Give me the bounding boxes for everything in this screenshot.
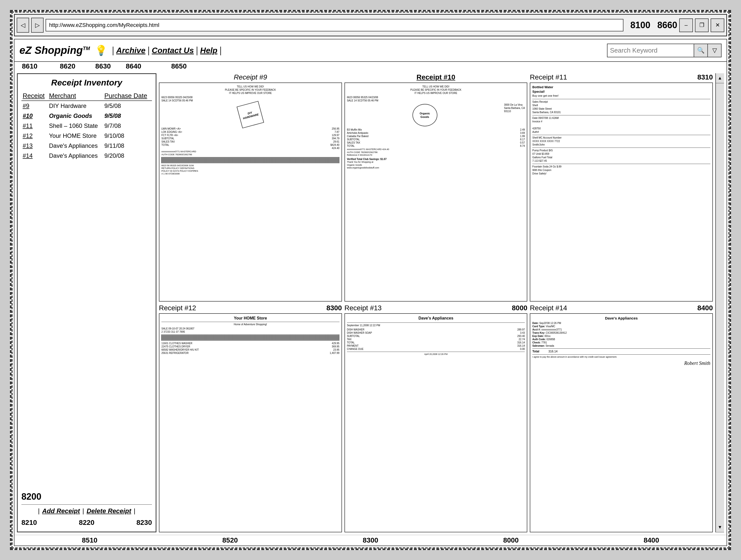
receipt-9-label: Receipt #9	[159, 73, 342, 81]
receipt-11-content: Bottled WaterSpecial! Buy one get one fr…	[532, 85, 711, 176]
receipt-13-card: Dave's Appliances September 11,2008 12:2…	[344, 313, 528, 532]
signature: Robert Smith	[532, 360, 711, 366]
label-8660: 8660	[657, 20, 677, 30]
bottom-label-8510: 8510	[82, 536, 97, 544]
inventory-table: Receipt Merchant Purchase Date #9DIY Har…	[21, 91, 152, 161]
receipts-area: Receipt #9 TELL US HOW WE DID!PLEASE BE …	[159, 73, 713, 532]
label-8210: 8210	[21, 519, 37, 526]
delete-receipt-link[interactable]: Delete Receipt	[87, 507, 131, 515]
label-8000: 8000	[512, 304, 527, 312]
receipt-12-logo: Your HOME Store	[161, 316, 339, 322]
help-link[interactable]: Help	[200, 46, 217, 55]
label-8620: 8620	[60, 62, 75, 70]
contact-us-link[interactable]: Contact Us	[152, 46, 194, 55]
receipt-11-card: Bottled WaterSpecial! Buy one get one fr…	[530, 82, 713, 302]
minimize-button[interactable]: –	[679, 18, 693, 32]
site-logo: eZ ShoppingTM	[19, 44, 90, 56]
url-text: http://www.eZShopping.com/MyReceipts.htm…	[49, 22, 159, 28]
receipt-9-card: TELL US HOW WE DID!PLEASE BE SPECIFIC IN…	[159, 82, 342, 302]
receipt-link-4[interactable]: #13	[23, 142, 32, 149]
col-receipt: Receipt	[21, 91, 48, 101]
receipt-10-logo: OrganicGoods	[412, 104, 437, 126]
bottom-label-8520: 8520	[222, 536, 238, 544]
receipt-link-1[interactable]: #10	[23, 112, 32, 119]
receipt-13-content: Dave's Appliances September 11,2008 12:2…	[347, 316, 525, 356]
label-8650: 8650	[171, 62, 187, 70]
receipt-9-col: Receipt #9 TELL US HOW WE DID!PLEASE BE …	[159, 73, 342, 302]
receipt-link-5[interactable]: #14	[23, 152, 32, 159]
receipt-10-card: TELL US HOW WE DID!PLEASE BE SPECIFIC IN…	[344, 82, 528, 302]
receipt-11-col: Receipt #11 8310 Bottled WaterSpecial! B…	[530, 73, 713, 302]
receipt-10-label: Receipt #10	[344, 73, 528, 81]
receipt-14-content: Dave's Appliances Date: Sep20'08 12:26 P…	[532, 316, 711, 366]
receipt-9-content: TELL US HOW WE DID!PLEASE BE SPECIFIC IN…	[161, 85, 339, 175]
bottom-label-8300: 8300	[363, 536, 378, 544]
nav-sep-4: |	[219, 45, 222, 56]
receipt-13-col: Receipt #13 8000 Dave's Appliances Septe…	[344, 304, 528, 532]
back-button[interactable]: ◁	[17, 18, 29, 33]
right-scrollbar: ▲ ▼	[715, 73, 724, 532]
receipt-link-2[interactable]: #11	[23, 122, 32, 129]
bottom-labels-bar: 8510 8520 8300 8000 8400	[14, 535, 727, 546]
label-8610: 8610	[22, 62, 38, 70]
scroll-down-arrow[interactable]: ▼	[716, 522, 724, 532]
nav-bar: eZ ShoppingTM 💡 | Archive | Contact Us |…	[14, 39, 727, 62]
search-dropdown-button[interactable]: ▽	[708, 44, 722, 57]
receipt-link-0[interactable]: #9	[23, 103, 29, 109]
inventory-title: Receipt Inventory	[21, 78, 152, 87]
receipt-13-header: Dave's Appliances	[347, 316, 525, 321]
scroll-up-arrow[interactable]: ▲	[716, 73, 724, 83]
bulb-icon: 💡	[95, 45, 107, 56]
receipt-12-barcode	[161, 334, 339, 341]
receipt-11-label-row: Receipt #11 8310	[530, 73, 713, 81]
search-button[interactable]: 🔍	[694, 44, 708, 57]
receipt-13-label-row: Receipt #13 8000	[344, 304, 528, 312]
trademark: TM	[83, 46, 90, 51]
receipt-14-label: Receipt #14	[530, 304, 567, 312]
receipt-12-card: Your HOME Store Home of Adventure Shoppi…	[159, 313, 342, 532]
col-date: Purchase Date	[103, 91, 152, 101]
receipt-10-header: TELL US HOW WE DID!PLEASE BE SPECIFIC IN…	[347, 85, 525, 95]
receipts-top-row: Receipt #9 TELL US HOW WE DID!PLEASE BE …	[159, 73, 713, 302]
browser-chrome: ◁ ▷ http://www.eZShopping.com/MyReceipts…	[14, 14, 727, 37]
label-8230: 8230	[136, 519, 152, 526]
receipt-inventory-panel: Receipt Inventory Receipt Merchant Purch…	[17, 73, 156, 532]
receipt-9-logo: DIYHARDWARE	[237, 101, 264, 128]
close-button[interactable]: ✕	[711, 18, 724, 32]
receipt-14-card: Dave's Appliances Date: Sep20'08 12:26 P…	[530, 313, 713, 532]
receipt-9-sale: 6623 00056 95325 04/25/08SALE 14 SCDT56 …	[161, 96, 339, 102]
archive-link[interactable]: Archive	[116, 46, 145, 55]
label-8220: 8220	[79, 519, 94, 526]
receipts-bottom-row: Receipt #12 8300 Your HOME Store Home of…	[159, 304, 713, 532]
label-8630: 8630	[95, 62, 111, 70]
label-8310: 8310	[697, 73, 713, 81]
bottom-label-8000: 8000	[503, 536, 519, 544]
receipt-14-header: Dave's Appliances	[532, 316, 711, 321]
receipt-10-col: Receipt #10 TELL US HOW WE DID!PLEASE BE…	[344, 73, 528, 302]
receipt-12-label-row: Receipt #12 8300	[159, 304, 342, 312]
receipt-12-col: Receipt #12 8300 Your HOME Store Home of…	[159, 304, 342, 532]
nav-sep-2: |	[147, 45, 150, 56]
add-receipt-link[interactable]: Add Receipt	[42, 507, 80, 515]
restore-button[interactable]: ❐	[695, 18, 709, 32]
label-8300: 8300	[326, 304, 342, 312]
label-8400: 8400	[697, 304, 713, 312]
receipt-link-3[interactable]: #12	[23, 132, 32, 139]
blank-area: 8200	[21, 161, 152, 504]
label-8640: 8640	[126, 62, 141, 70]
address-bar[interactable]: http://www.eZShopping.com/MyReceipts.htm…	[46, 19, 623, 32]
search-input[interactable]	[607, 44, 694, 57]
outer-frame: ◁ ▷ http://www.eZShopping.com/MyReceipts…	[10, 10, 731, 550]
receipt-13-label: Receipt #13	[344, 304, 382, 312]
forward-button[interactable]: ▷	[31, 18, 44, 33]
label-8100: 8100	[630, 20, 650, 30]
receipt-10-content: TELL US HOW WE DID!PLEASE BE SPECIFIC IN…	[347, 85, 525, 170]
receipt-12-label: Receipt #12	[159, 304, 196, 312]
receipt-14-col: Receipt #14 8400 Dave's Appliances Date:…	[530, 304, 713, 532]
content-area: Receipt Inventory Receipt Merchant Purch…	[14, 71, 727, 535]
action-links: | Add Receipt | Delete Receipt |	[21, 504, 152, 517]
main-content: eZ ShoppingTM 💡 | Archive | Contact Us |…	[14, 39, 727, 546]
search-container: 🔍 ▽	[607, 44, 722, 57]
receipt-11-label: Receipt #11	[530, 73, 567, 81]
receipt-9-header: TELL US HOW WE DID!PLEASE BE SPECIFIC IN…	[161, 85, 339, 95]
